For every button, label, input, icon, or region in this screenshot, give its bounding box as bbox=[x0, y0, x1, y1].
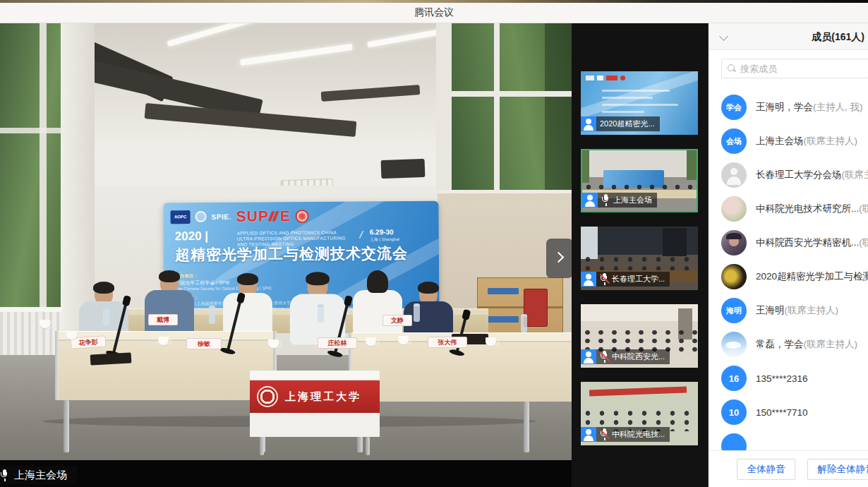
mic-muted-icon bbox=[600, 428, 609, 440]
search-members-input[interactable] bbox=[740, 64, 853, 74]
member-role: (联席主持人) bbox=[842, 169, 868, 180]
main-video-name: 上海主会场 bbox=[14, 469, 67, 482]
members-panel: 成员(161人) 学会 王海明，学会(主持人, 我) 会场 上海主会场(联席主持… bbox=[708, 23, 868, 487]
video-letterbox bbox=[0, 460, 572, 487]
member-avatar-photo bbox=[721, 264, 747, 289]
thumbnail-name: 长春理工大学... bbox=[612, 274, 665, 284]
member-name: 常磊，学会 bbox=[756, 339, 804, 349]
thumbnail-video-changchun[interactable]: 长春理工大学... bbox=[581, 227, 698, 290]
participant-badge-icon bbox=[582, 193, 598, 208]
participant-badge-icon bbox=[581, 116, 596, 131]
teacup bbox=[268, 339, 279, 348]
member-name: 王海明 bbox=[756, 305, 785, 315]
thumbnail-video-shanghai[interactable]: 上海主会场 bbox=[581, 149, 698, 212]
window-trees-shade bbox=[545, 23, 572, 193]
slide-text-line bbox=[602, 111, 644, 113]
participant bbox=[353, 272, 402, 337]
teacup bbox=[398, 336, 409, 344]
nameplate: 文静 bbox=[382, 315, 412, 326]
table-leg bbox=[524, 402, 529, 452]
unmute-all-button[interactable]: 解除全体静音 bbox=[807, 459, 868, 480]
member-row[interactable]: 10 150****7710 bbox=[709, 395, 868, 429]
mic-muted-icon bbox=[600, 351, 609, 363]
member-row[interactable]: 中科院西安光学精密机...(联席主持人) bbox=[709, 226, 868, 260]
member-name: 上海主会场 bbox=[756, 136, 804, 146]
thumbnail-video-guangdian[interactable]: 中科院光电技... bbox=[581, 382, 698, 445]
banner-divider: / bbox=[358, 228, 364, 240]
member-row[interactable]: 中科院光电技术研究所...(联席主持人) bbox=[709, 192, 868, 226]
member-avatar-default-person-icon bbox=[721, 162, 747, 188]
search-members-box[interactable] bbox=[721, 59, 868, 78]
member-role: (联席主持人) bbox=[859, 203, 868, 214]
member-row[interactable]: 海明 王海明(联席主持人) bbox=[709, 294, 868, 327]
water-bottle bbox=[521, 314, 527, 332]
thumbnail-name: 中科院西安光... bbox=[612, 351, 665, 362]
banner-venue: 上海 | Shanghai bbox=[370, 236, 399, 243]
slide-text-line bbox=[602, 97, 653, 99]
usst-seal-logo bbox=[257, 386, 278, 407]
window-frame bbox=[40, 23, 47, 314]
member-row[interactable]: 16 135****2316 bbox=[709, 361, 868, 395]
member-row-partial[interactable] bbox=[709, 429, 868, 450]
member-role: (主持人, 我) bbox=[813, 102, 863, 112]
table-leg bbox=[260, 437, 264, 455]
member-role: (联席主持人) bbox=[785, 305, 839, 315]
nameplate: 戴博 bbox=[148, 314, 178, 325]
thumbnail-video-slide[interactable]: 2020超精密光... bbox=[581, 71, 698, 135]
teacup bbox=[40, 320, 50, 328]
member-name: 长春理工大学分会场 bbox=[756, 169, 842, 180]
chevron-right-icon bbox=[553, 252, 565, 263]
member-name: 王海明，学会 bbox=[756, 102, 813, 112]
csoe-logo bbox=[195, 211, 207, 222]
member-name: 中科院西安光学精密机... bbox=[756, 237, 859, 248]
table-trim bbox=[55, 331, 59, 400]
water-bottle bbox=[318, 304, 324, 323]
member-role: (联席主持人) bbox=[804, 339, 858, 349]
tencent-meeting-window: 腾讯会议 bbox=[0, 0, 868, 487]
spie-logo: SPIE. bbox=[212, 212, 231, 220]
main-video-feed[interactable]: AOPC SPIE. SUP E 2020 | APPLIED OPTICS A… bbox=[0, 23, 572, 487]
window-title: 腾讯会议 bbox=[0, 6, 868, 19]
water-bottle bbox=[414, 303, 420, 322]
member-row[interactable]: 长春理工大学分会场(联席主持人) bbox=[709, 158, 868, 192]
member-name: 135****2316 bbox=[756, 373, 808, 384]
member-row[interactable]: 常磊，学会(联席主持人) bbox=[709, 327, 868, 361]
front-table-right bbox=[349, 341, 572, 402]
member-avatar: 会场 bbox=[721, 128, 747, 154]
teacup bbox=[158, 337, 169, 345]
member-avatar: 10 bbox=[721, 399, 747, 425]
mute-all-button[interactable]: 全体静音 bbox=[737, 459, 795, 480]
window-frame bbox=[449, 91, 572, 97]
teacup bbox=[66, 331, 77, 339]
slide-logo-row bbox=[586, 76, 625, 80]
members-count-title: 成员(161人) bbox=[812, 23, 864, 50]
mini-red-banner bbox=[589, 387, 687, 397]
window-frame bbox=[494, 23, 500, 193]
participant bbox=[145, 272, 194, 337]
member-row[interactable]: 2020超精密光学加工与检测... bbox=[709, 260, 868, 294]
supoe-logo-right: E bbox=[280, 208, 291, 224]
member-avatar: 16 bbox=[721, 366, 747, 391]
next-videos-button[interactable] bbox=[546, 239, 572, 278]
banner-year: 2020 | bbox=[175, 229, 208, 244]
participant-badge-icon bbox=[581, 349, 596, 364]
collapse-panel-chevron-icon[interactable] bbox=[719, 32, 728, 41]
window-trees-left bbox=[0, 23, 65, 314]
meeting-content: AOPC SPIE. SUP E 2020 | APPLIED OPTICS A… bbox=[0, 23, 868, 487]
member-row[interactable]: 学会 王海明，学会(主持人, 我) bbox=[709, 90, 868, 124]
ceiling-beam bbox=[381, 159, 426, 179]
cabinet-label bbox=[488, 288, 519, 294]
member-row[interactable]: 会场 上海主会场(联席主持人) bbox=[709, 124, 868, 158]
member-name: 中科院光电技术研究所... bbox=[756, 203, 859, 214]
supoe-logo-slashes bbox=[270, 210, 279, 222]
search-icon bbox=[728, 64, 736, 73]
member-avatar-photo bbox=[721, 196, 747, 222]
usst-banner-text: 上海理工大学 bbox=[285, 390, 361, 404]
teacup bbox=[486, 337, 496, 346]
banner-logo-row: AOPC SPIE. SUP E bbox=[170, 207, 308, 226]
thumbnail-video-xian[interactable]: 中科院西安光... bbox=[581, 304, 698, 368]
cabinet-label bbox=[488, 316, 519, 323]
member-role: (联席主持人) bbox=[804, 136, 858, 146]
thumbnail-name: 中科院光电技... bbox=[612, 429, 665, 440]
usst-red-banner: 上海理工大学 bbox=[250, 380, 380, 413]
